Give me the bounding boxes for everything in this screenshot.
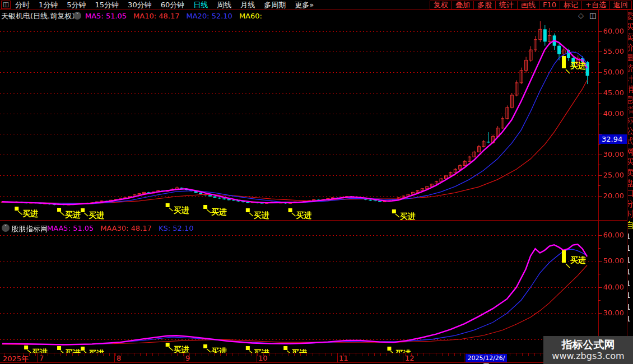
price-tick [598, 274, 601, 274]
ma-label: MA60: [239, 12, 262, 20]
price-tick-label: 20.00 [601, 192, 624, 200]
cropped-text: 1 [628, 242, 633, 254]
sub-ma-labels: MAA5: 51.05MAA30: 48.17KS: 52.10 [47, 224, 201, 232]
price-tick-label: 40.00 [601, 109, 624, 118]
axis-tick [368, 353, 369, 356]
cropped-text: 时 [628, 209, 633, 220]
cropped-text: 卖 [628, 32, 633, 43]
price-tick [598, 103, 601, 104]
axis-tick [516, 353, 516, 356]
cropped-text: 买 [628, 22, 633, 32]
menu-item-多周期[interactable]: 多周期 [264, 0, 286, 10]
menu-item-15分钟[interactable]: 15分钟 [95, 0, 119, 10]
axis-tick [442, 353, 443, 356]
menu-item-60分钟[interactable]: 60分钟 [161, 0, 185, 10]
xaxis-bottom-border [0, 362, 627, 363]
button-多股[interactable]: 多股 [473, 1, 496, 10]
main-candlestick-chart[interactable] [0, 21, 598, 221]
price-tick [598, 41, 601, 42]
menu-item-30分钟[interactable]: 30分钟 [128, 0, 152, 10]
month-label: 8 [117, 354, 121, 362]
button-复权[interactable]: 复权 [430, 1, 452, 10]
menu-item-日线[interactable]: 日线 [193, 0, 208, 10]
axis-tick [337, 353, 338, 356]
axis-tick [146, 353, 147, 356]
chevron-down-icon[interactable]: ˅ [73, 12, 81, 20]
month-label: 9 [185, 354, 190, 362]
axis-tick [165, 353, 165, 356]
axis-tick [91, 353, 91, 356]
axis-tick [78, 353, 79, 356]
month-label: 10 [258, 354, 268, 362]
month-label: 12 [405, 354, 415, 362]
axis-tick [374, 353, 375, 356]
cropped-text: 1 [628, 313, 633, 325]
price-tick-label: 40.00 [601, 283, 624, 291]
period-toolbar: ◫ 分时1分钟5分钟15分钟30分钟60分钟日线周线月线多周期更多» 复权叠加多… [0, 0, 633, 10]
diamond-icon[interactable]: ◇ [578, 11, 584, 20]
axis-tick [232, 353, 233, 356]
axis-tick [282, 353, 282, 356]
axis-tick [534, 353, 535, 356]
chevron-down-icon[interactable]: ˅ [2, 224, 10, 232]
month-divider [37, 353, 38, 362]
axis-tick [380, 353, 381, 356]
cropped-text: 统 [628, 63, 633, 74]
axis-tick [430, 353, 430, 356]
button-叠加[interactable]: 叠加 [452, 1, 474, 10]
axis-tick [97, 353, 97, 356]
menu-item-更多»[interactable]: 更多» [295, 0, 314, 10]
axis-tick [522, 353, 523, 356]
price-tick-label: 50.00 [601, 68, 624, 76]
axis-tick [85, 353, 85, 356]
axis-tick [29, 353, 30, 356]
cropped-text: 自 [628, 220, 633, 231]
axis-tick [103, 353, 104, 356]
month-label: 7 [39, 354, 44, 362]
button-+自选[interactable]: +自选 [581, 1, 610, 10]
axis-tick [245, 353, 245, 356]
menu-item-周线[interactable]: 周线 [217, 0, 231, 10]
period-menu: 分时1分钟5分钟15分钟30分钟60分钟日线周线月线多周期更多» [15, 0, 323, 10]
axis-tick [306, 353, 307, 356]
ma-label: MAA5: 51.05 [47, 224, 94, 232]
sub-indicator-chart[interactable] [0, 221, 598, 353]
price-tick-label: 30.00 [601, 150, 624, 158]
layout-icon[interactable]: ◫ [589, 11, 596, 20]
menu-item-5分钟[interactable]: 5分钟 [67, 0, 86, 10]
axis-tick [387, 353, 387, 356]
watermark-site-name: 指标公式网 [562, 338, 615, 351]
menu-item-分时[interactable]: 分时 [15, 0, 30, 10]
button-画线[interactable]: 画线 [517, 1, 539, 10]
month-label: 11 [339, 354, 348, 362]
cropped-text: 公 [628, 126, 633, 137]
price-tick-label: 30.00 [601, 309, 624, 317]
cropped-text: 1 [628, 278, 633, 290]
cropped-side-panel: 委买卖价量统计消息指标公式网买卖盘口分时自11111111 [628, 11, 633, 335]
split-window-icon[interactable]: ◫ [1, 1, 11, 9]
axis-tick [66, 353, 67, 356]
axis-tick [171, 353, 171, 356]
button-标记[interactable]: 标记 [560, 1, 582, 10]
axis-tick [109, 353, 110, 356]
axis-tick [251, 353, 252, 356]
price-tick [598, 82, 601, 83]
indicator-title: 股朋指标网 [11, 224, 48, 234]
ma-label: MA20: 52.10 [187, 12, 232, 20]
cropped-text: 指 [628, 105, 633, 115]
axis-tick [72, 353, 73, 356]
button-返回[interactable]: 返回 [609, 1, 632, 10]
axis-tick [350, 353, 350, 356]
ma-label: MA10: 48.17 [133, 12, 179, 20]
price-tick [598, 185, 601, 186]
axis-tick [202, 353, 202, 356]
menu-item-月线[interactable]: 月线 [240, 0, 255, 10]
axis-tick [423, 353, 424, 356]
menu-item-1分钟[interactable]: 1分钟 [39, 0, 58, 10]
watermark-url: www.zbgs3.com [552, 351, 624, 362]
cropped-text: 买 [628, 157, 633, 167]
cropped-text: 网 [628, 147, 633, 157]
button-F10[interactable]: F10 [539, 1, 560, 10]
button-统计[interactable]: 统计 [495, 1, 518, 10]
month-divider [114, 353, 115, 362]
